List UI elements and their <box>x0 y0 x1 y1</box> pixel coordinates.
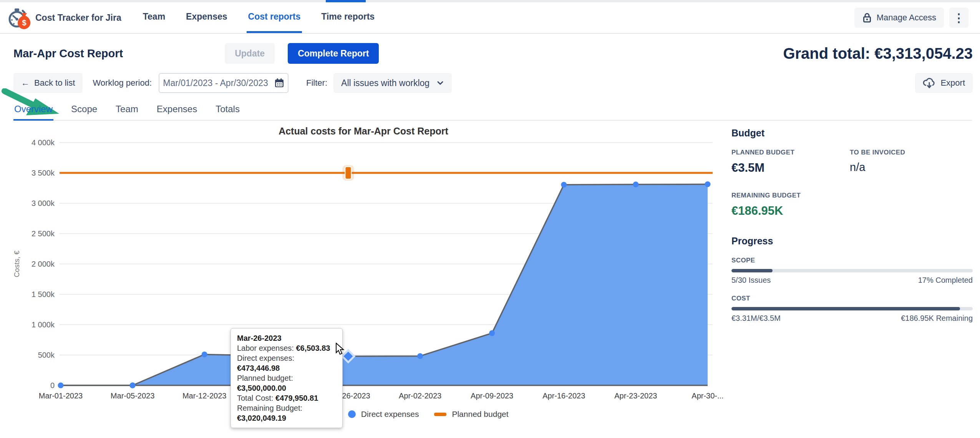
app-logo-icon: $ <box>7 5 32 30</box>
legend-item-direct[interactable]: Direct expenses <box>348 410 419 419</box>
x-tick-label: Apr-09-2023 <box>471 392 513 400</box>
y-tick-label: 1 000k <box>32 320 55 329</box>
overflow-menu-button[interactable]: ⋮ <box>949 8 968 28</box>
x-tick-label: Mar-05-2023 <box>111 392 155 400</box>
planned-series-dash-icon <box>434 413 446 416</box>
progress-heading: Progress <box>731 236 973 247</box>
chevron-down-icon <box>436 80 444 86</box>
to-be-invoiced-stat: TO BE INVOICED n/a <box>850 149 905 174</box>
report-tabs: Overview Scope Team Expenses Totals <box>13 101 972 121</box>
y-tick-label: 1 500k <box>32 290 55 299</box>
scope-completed-text: 17% Completed <box>918 276 973 285</box>
export-label: Export <box>940 78 965 88</box>
legend-direct-label: Direct expenses <box>361 410 419 419</box>
chart-tooltip: Mar-26-2023 Labor expenses: €6,503.83 Di… <box>230 328 343 428</box>
filter-row: ← Back to list Worklog period: Mar/01/20… <box>13 73 973 93</box>
update-button[interactable]: Update <box>225 43 275 64</box>
direct-series-dot-icon <box>348 410 356 418</box>
y-axis-title: Costs, € <box>13 251 21 277</box>
worklog-period-value: Mar/01/2023 - Apr/30/2023 <box>163 78 268 88</box>
tab-overview[interactable]: Overview <box>13 101 53 121</box>
complete-report-button[interactable]: Complete Report <box>288 43 379 64</box>
x-tick-label: Mar-01-2023 <box>39 392 83 400</box>
chart-legend: Labor expenses Direct expenses Planned b… <box>61 410 710 419</box>
nav-item-time-reports[interactable]: Time reports <box>320 2 376 33</box>
direct-expenses-point[interactable] <box>58 383 64 388</box>
tooltip-row: Labor expenses: €6,503.83 <box>237 343 336 353</box>
tooltip-row: Direct expenses: €473,446.98 <box>237 353 336 373</box>
lock-icon <box>862 12 872 23</box>
y-tick-label: 3 500k <box>32 169 55 177</box>
tooltip-date: Mar-26-2023 <box>237 333 336 343</box>
nav-item-cost-reports[interactable]: Cost reports <box>247 2 302 33</box>
chart-title: Actual costs for Mar-Apr Cost Report <box>279 126 448 136</box>
issues-filter-select[interactable]: All issues with worklog <box>333 73 452 93</box>
x-tick-label: Apr-16-2023 <box>542 392 585 400</box>
planned-budget-stat: PLANNED BUDGET €3.5M <box>731 149 794 175</box>
app-title: Cost Tracker for Jira <box>35 13 121 23</box>
worklog-period-label: Worklog period: <box>93 78 152 88</box>
remaining-budget-label: REMAINING BUDGET <box>731 192 973 199</box>
y-tick-label: 3 000k <box>32 199 55 207</box>
cost-progress-fill <box>731 307 960 310</box>
cost-tracker-app: $ Cost Tracker for Jira Team Expenses Co… <box>0 0 980 438</box>
tab-team[interactable]: Team <box>115 101 139 121</box>
scope-label: SCOPE <box>731 257 973 264</box>
direct-expenses-point[interactable] <box>202 352 207 357</box>
costs-chart[interactable]: Actual costs for Mar-Apr Cost Report4 00… <box>0 119 730 415</box>
tooltip-row: Total Cost: €479,950.81 <box>237 393 336 403</box>
direct-expenses-point[interactable] <box>561 182 567 187</box>
x-tick-label: Apr-30-... <box>691 392 723 400</box>
x-tick-label: Apr-23-2023 <box>614 392 657 400</box>
tab-totals[interactable]: Totals <box>215 101 240 121</box>
report-sidebar: Budget PLANNED BUDGET €3.5M TO BE INVOIC… <box>731 128 973 323</box>
issues-filter-value: All issues with worklog <box>341 78 429 88</box>
direct-expenses-point[interactable] <box>633 182 638 187</box>
calendar-icon[interactable] <box>274 78 284 88</box>
export-button[interactable]: Export <box>915 73 973 93</box>
remaining-budget-stat: REMAINING BUDGET €186.95K <box>731 192 973 218</box>
tooltip-row: Remaining Budget: €3,020,049.19 <box>237 403 336 423</box>
tab-scope[interactable]: Scope <box>70 101 98 121</box>
nav-item-team[interactable]: Team <box>141 2 167 33</box>
y-tick-label: 2 000k <box>32 260 55 268</box>
nav-item-expenses[interactable]: Expenses <box>184 2 229 33</box>
cost-progress-bar <box>731 307 973 310</box>
planned-budget-value: €3.5M <box>731 161 794 175</box>
y-tick-label: 2 500k <box>32 229 55 238</box>
legend-item-planned[interactable]: Planned budget <box>434 410 508 419</box>
grand-total: Grand total: €3,313,054.23 <box>783 45 973 62</box>
cloud-download-icon <box>923 77 936 89</box>
legend-planned-label: Planned budget <box>452 410 508 419</box>
header-actions: Manage Access ⋮ <box>854 8 968 28</box>
direct-expenses-point[interactable] <box>130 383 136 388</box>
manage-access-label: Manage Access <box>877 13 936 23</box>
remaining-budget-value: €186.95K <box>731 204 973 218</box>
y-tick-label: 500k <box>38 351 55 359</box>
to-be-invoiced-label: TO BE INVOICED <box>850 149 905 156</box>
back-arrow-icon: ← <box>21 78 30 88</box>
cost-label: COST <box>731 295 973 302</box>
cost-remaining-text: €186.95K Remaining <box>901 314 973 323</box>
app-header: $ Cost Tracker for Jira Team Expenses Co… <box>0 2 980 34</box>
tab-expenses[interactable]: Expenses <box>156 101 198 121</box>
budget-heading: Budget <box>731 128 973 139</box>
planned-budget-handle[interactable] <box>345 167 351 179</box>
worklog-period-input[interactable]: Mar/01/2023 - Apr/30/2023 <box>159 73 289 93</box>
back-to-list-button[interactable]: ← Back to list <box>13 73 83 93</box>
back-to-list-label: Back to list <box>34 78 75 88</box>
scope-progress-bar <box>731 269 973 272</box>
y-tick-label: 0 <box>50 381 55 390</box>
scope-issues-text: 5/30 Issues <box>731 276 771 285</box>
direct-expenses-point[interactable] <box>489 330 495 336</box>
tooltip-row: Planned budget: €3,500,000.00 <box>237 373 336 393</box>
main-nav: Team Expenses Cost reports Time reports <box>141 2 394 33</box>
direct-expenses-point[interactable] <box>705 181 711 187</box>
title-row: Mar-Apr Cost Report Update Complete Repo… <box>13 43 973 64</box>
costs-chart-svg: Actual costs for Mar-Apr Cost Report4 00… <box>0 119 730 415</box>
cost-progress: COST €3.31M/€3.5M €186.95K Remaining <box>731 295 973 323</box>
scope-progress-fill <box>731 269 773 272</box>
direct-expenses-point[interactable] <box>417 353 423 359</box>
x-tick-label: Mar-12-2023 <box>182 392 227 400</box>
manage-access-button[interactable]: Manage Access <box>854 8 944 28</box>
